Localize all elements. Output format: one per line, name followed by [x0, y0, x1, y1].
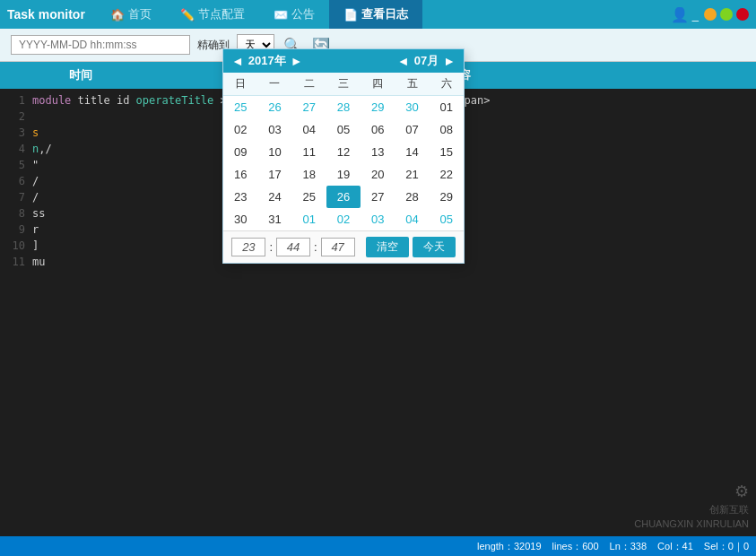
watermark-line1: 创新互联: [634, 503, 749, 517]
title-bar: Task monitor 🏠 首页 ✏️ 节点配置 ✉️ 公告 📄 查看日志 👤…: [0, 0, 756, 29]
cal-day[interactable]: 15: [430, 141, 464, 163]
cal-day[interactable]: 04: [292, 118, 326, 141]
tab-logs[interactable]: 📄 查看日志: [329, 0, 422, 29]
cal-day[interactable]: 28: [326, 96, 361, 118]
cal-day[interactable]: 05: [430, 208, 464, 230]
cal-day[interactable]: 19: [326, 163, 361, 186]
minimize-button[interactable]: [704, 8, 717, 21]
weekday-sun: 日: [223, 73, 257, 95]
weekday-mon: 一: [257, 73, 291, 95]
tab-notice[interactable]: ✉️ 公告: [259, 0, 329, 29]
cal-day[interactable]: 25: [223, 96, 257, 118]
cal-day[interactable]: 21: [395, 163, 429, 186]
calendar-weekdays: 日 一 二 三 四 五 六: [223, 73, 464, 96]
cal-day[interactable]: 17: [257, 163, 291, 186]
next-month-button[interactable]: ►: [440, 54, 458, 68]
next-year-button[interactable]: ►: [288, 54, 306, 68]
today-button[interactable]: 今天: [413, 237, 456, 257]
cal-day[interactable]: 08: [430, 118, 464, 141]
cal-day[interactable]: 06: [361, 118, 395, 141]
weekday-thu: 四: [361, 73, 395, 95]
cal-day[interactable]: 30: [395, 96, 429, 118]
cal-day[interactable]: 24: [257, 186, 291, 208]
cal-day[interactable]: 09: [223, 141, 257, 163]
cal-day[interactable]: 12: [326, 141, 361, 163]
status-ln: Ln：338: [610, 540, 647, 553]
tab-notice-label: 公告: [291, 6, 315, 22]
cal-day[interactable]: 14: [395, 141, 429, 163]
weekday-fri: 五: [395, 73, 429, 95]
close-button[interactable]: [736, 8, 749, 21]
user-avatar-icon: 👤: [671, 6, 689, 23]
weekday-tue: 二: [292, 73, 326, 95]
year-label: 2017年: [248, 53, 286, 69]
cal-day[interactable]: 18: [292, 163, 326, 186]
cal-day[interactable]: 03: [257, 118, 291, 141]
time-hour-input[interactable]: [231, 238, 265, 256]
tab-home-label: 首页: [128, 6, 152, 22]
time-sep-1: :: [269, 240, 273, 254]
cal-day[interactable]: 30: [223, 208, 257, 230]
tab-node[interactable]: ✏️ 节点配置: [166, 0, 259, 29]
tab-logs-label: 查看日志: [361, 6, 408, 22]
prev-month-button[interactable]: ◄: [395, 54, 413, 68]
cal-day[interactable]: 07: [395, 118, 429, 141]
time-min-input[interactable]: [276, 238, 310, 256]
maximize-button[interactable]: [720, 8, 733, 21]
cal-day[interactable]: 13: [361, 141, 395, 163]
cal-day[interactable]: 02: [223, 118, 257, 141]
time-sep-2: :: [314, 240, 317, 254]
weekday-sat: 六: [430, 73, 464, 95]
month-label: 07月: [414, 53, 439, 69]
nav-tabs: 🏠 首页 ✏️ 节点配置 ✉️ 公告 📄 查看日志: [96, 0, 671, 29]
cal-day[interactable]: 27: [292, 96, 326, 118]
watermark-icon: ⚙: [634, 481, 749, 503]
cal-day[interactable]: 11: [292, 141, 326, 163]
clear-button[interactable]: 清空: [366, 237, 409, 257]
notice-icon: ✉️: [274, 8, 288, 22]
cal-day[interactable]: 02: [326, 208, 361, 230]
cal-day[interactable]: 16: [223, 163, 257, 186]
cal-day-selected[interactable]: 26: [326, 186, 361, 208]
cal-day[interactable]: 01: [292, 208, 326, 230]
cal-day[interactable]: 22: [430, 163, 464, 186]
status-col: Col：41: [657, 540, 693, 553]
tab-home[interactable]: 🏠 首页: [96, 0, 166, 29]
calendar-time-row: : : 清空 今天: [223, 230, 464, 263]
logs-icon: 📄: [343, 8, 358, 22]
calendar-header: ◄ 2017年 ► ◄ 07月 ►: [223, 49, 464, 73]
status-sel: Sel：0｜0: [704, 540, 749, 553]
username: _: [692, 8, 699, 22]
home-icon: 🏠: [110, 8, 125, 22]
year-section: ◄ 2017年 ►: [229, 53, 306, 69]
tab-node-label: 节点配置: [198, 6, 245, 22]
cal-day[interactable]: 10: [257, 141, 291, 163]
cal-day[interactable]: 27: [361, 186, 395, 208]
cal-day[interactable]: 05: [326, 118, 361, 141]
col-time-header: 时间: [0, 67, 161, 83]
window-controls: [704, 8, 749, 21]
cal-day[interactable]: 28: [395, 186, 429, 208]
month-section: ◄ 07月 ►: [395, 53, 458, 69]
time-sec-input[interactable]: [321, 238, 355, 256]
status-length: length：32019: [477, 540, 542, 553]
cal-day[interactable]: 03: [361, 208, 395, 230]
title-bar-right: 👤 _: [671, 6, 749, 23]
cal-day[interactable]: 04: [395, 208, 429, 230]
status-bar: length：32019 lines：600 Ln：338 Col：41 Sel…: [0, 536, 756, 556]
datetime-input[interactable]: [11, 35, 190, 55]
status-lines: lines：600: [552, 540, 599, 553]
user-area: 👤 _: [671, 6, 699, 23]
cal-day[interactable]: 29: [430, 186, 464, 208]
calendar-popup: ◄ 2017年 ► ◄ 07月 ► 日 一 二 三 四 五 六 25 26 27…: [222, 48, 465, 264]
cal-day[interactable]: 29: [361, 96, 395, 118]
cal-day[interactable]: 31: [257, 208, 291, 230]
prev-year-button[interactable]: ◄: [229, 54, 247, 68]
cal-day[interactable]: 26: [257, 96, 291, 118]
cal-day[interactable]: 25: [292, 186, 326, 208]
node-icon: ✏️: [180, 8, 195, 22]
cal-day[interactable]: 01: [430, 96, 464, 118]
cal-day[interactable]: 20: [361, 163, 395, 186]
cal-day[interactable]: 23: [223, 186, 257, 208]
watermark-line2: CHUANGXIN XINRULIAN: [634, 517, 749, 531]
